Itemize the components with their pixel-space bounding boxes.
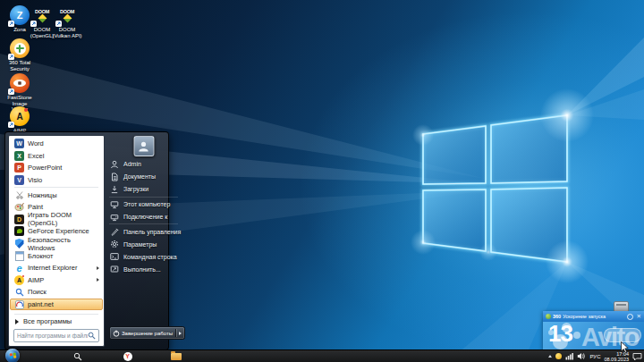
windows-flag-icon bbox=[9, 353, 16, 359]
notepad-icon bbox=[14, 251, 24, 261]
item-label: Excel bbox=[28, 152, 44, 160]
item-label: Загрузки bbox=[123, 186, 148, 192]
submenu-arrow-icon bbox=[97, 266, 99, 270]
start-search-input[interactable] bbox=[17, 333, 88, 339]
start-menu-item-notepad[interactable]: Блокнот bbox=[10, 249, 103, 262]
paint-palette-icon bbox=[14, 202, 24, 212]
shutdown-label: Завершение работы bbox=[122, 331, 173, 336]
document-icon bbox=[110, 173, 119, 181]
start-button[interactable] bbox=[5, 349, 20, 362]
action-center-icon[interactable] bbox=[632, 352, 642, 361]
start-menu-item-this-pc[interactable]: Этот компьютер bbox=[105, 198, 182, 211]
start-menu-item-windows-security[interactable]: Безопасность Windows bbox=[10, 238, 103, 250]
search-icon bbox=[88, 332, 96, 340]
item-label: Этот компьютер bbox=[123, 201, 170, 207]
start-menu-item-documents[interactable]: Документы bbox=[105, 171, 182, 183]
console-icon bbox=[110, 252, 119, 261]
item-label: Paint bbox=[28, 203, 43, 211]
item-label: Поиск bbox=[28, 288, 47, 296]
item-label: Word bbox=[28, 139, 44, 147]
shield-icon bbox=[14, 239, 24, 248]
network-icon[interactable] bbox=[565, 352, 573, 360]
shortcut-arrow-icon bbox=[8, 88, 14, 95]
start-menu-item-connect-to[interactable]: Подключение к bbox=[105, 211, 182, 223]
start-menu-item-admin[interactable]: Admin bbox=[105, 158, 182, 171]
item-label: Admin bbox=[123, 161, 141, 167]
start-menu-item-visio[interactable]: Visio bbox=[10, 174, 103, 187]
start-menu-item-excel[interactable]: Excel bbox=[10, 150, 103, 163]
search-icon bbox=[14, 287, 24, 297]
start-menu-item-downloads[interactable]: Загрузки bbox=[105, 183, 182, 196]
notification-settings-icon[interactable] bbox=[627, 314, 633, 320]
start-menu-item-settings[interactable]: Параметры bbox=[105, 238, 182, 250]
word-icon bbox=[14, 139, 24, 148]
start-search-box bbox=[13, 329, 99, 342]
taskbar-search-button[interactable] bbox=[72, 350, 83, 362]
submenu-arrow-icon bbox=[97, 278, 99, 282]
visio-icon bbox=[14, 175, 24, 185]
start-menu-item-run[interactable]: Выполнить... bbox=[105, 263, 182, 275]
desktop-icon-doom-vulkan[interactable]: DOOM (Vulkan API) bbox=[51, 5, 83, 38]
360-logo-icon bbox=[546, 314, 551, 319]
menu-separator bbox=[109, 223, 178, 224]
start-menu-item-play-doom[interactable]: Играть DOOM (OpenGL) bbox=[10, 214, 103, 226]
speaker-icon[interactable] bbox=[577, 352, 586, 360]
user-avatar[interactable] bbox=[133, 136, 154, 156]
all-programs-button[interactable]: Все программы bbox=[10, 316, 103, 327]
item-label: paint.net bbox=[28, 300, 54, 308]
shortcut-arrow-icon bbox=[30, 21, 37, 27]
user-icon bbox=[110, 160, 119, 169]
yandex-browser-icon bbox=[123, 352, 132, 361]
notification-action-button[interactable] bbox=[604, 328, 641, 342]
item-label: Блокнот bbox=[28, 252, 53, 260]
start-menu-item-powerpoint[interactable]: PowerPoint bbox=[10, 162, 103, 174]
shortcut-arrow-icon bbox=[55, 21, 62, 27]
notification-title: Ускорение запуска bbox=[563, 314, 624, 319]
item-label: GeForce Experience bbox=[28, 227, 89, 235]
start-menu-right-panel: Admin Документы Загрузки Этот компьютер … bbox=[105, 135, 182, 347]
start-menu-item-search[interactable]: Поиск bbox=[10, 286, 103, 299]
aimp-icon bbox=[14, 275, 24, 285]
desktop-icon-360-total-security[interactable]: 360 Total Security bbox=[4, 38, 36, 72]
language-indicator[interactable]: РУС bbox=[589, 354, 600, 359]
computer-icon bbox=[110, 200, 119, 209]
menu-separator bbox=[109, 197, 178, 198]
start-menu-item-snipping-tool[interactable]: Ножницы bbox=[10, 189, 103, 201]
start-menu-item-command-prompt[interactable]: Командная строка bbox=[105, 250, 182, 263]
item-label: Параметры bbox=[123, 241, 157, 248]
notification-titlebar: 360 Ускорение запуска ✕ bbox=[543, 311, 644, 322]
360-tray-icon[interactable] bbox=[555, 353, 562, 359]
start-menu-item-control-panel[interactable]: Панель управления bbox=[105, 225, 182, 238]
item-label: PowerPoint bbox=[28, 164, 62, 172]
control-panel-icon bbox=[110, 227, 119, 236]
shutdown-options-arrow-icon[interactable] bbox=[179, 332, 182, 335]
item-label: Internet Explorer bbox=[28, 264, 77, 272]
start-menu-item-paintnet-highlighted[interactable]: paint.net bbox=[10, 299, 103, 311]
connect-to-icon bbox=[110, 213, 119, 222]
shortcut-arrow-icon bbox=[8, 122, 14, 128]
item-label: Документы bbox=[123, 173, 156, 180]
item-label: AIMP bbox=[28, 276, 44, 284]
taskbar: РУС 17:04 08.09.2023 bbox=[0, 349, 644, 362]
gear-icon bbox=[110, 240, 119, 248]
start-menu-item-internet-explorer[interactable]: Internet Explorer bbox=[10, 262, 103, 274]
paintnet-icon bbox=[14, 299, 24, 309]
menu-separator bbox=[14, 314, 98, 315]
taskbar-file-explorer-button[interactable] bbox=[170, 350, 182, 362]
desktop-screen: { "colors": { "wallpaper_glow": "#35c3f5… bbox=[0, 0, 644, 362]
hidden-icons-chevron[interactable] bbox=[548, 355, 552, 358]
menu-separator bbox=[14, 187, 98, 188]
internet-explorer-icon bbox=[14, 263, 24, 273]
download-icon bbox=[110, 185, 119, 194]
taskbar-yandex-browser-button[interactable] bbox=[122, 350, 133, 362]
shortcut-arrow-icon bbox=[8, 54, 14, 60]
notification-close-icon[interactable]: ✕ bbox=[637, 314, 641, 320]
start-menu-item-word[interactable]: Word bbox=[10, 138, 103, 150]
shutdown-button[interactable]: Завершение работы bbox=[109, 326, 185, 340]
start-menu-item-aimp[interactable]: AIMP bbox=[10, 274, 103, 287]
button-divider bbox=[175, 329, 176, 337]
notification-countdown: 13 bbox=[548, 322, 572, 348]
desktop-icon-aimp[interactable]: AIMP bbox=[4, 106, 36, 134]
item-label: Ножницы bbox=[28, 191, 57, 199]
folder-icon bbox=[171, 353, 182, 360]
